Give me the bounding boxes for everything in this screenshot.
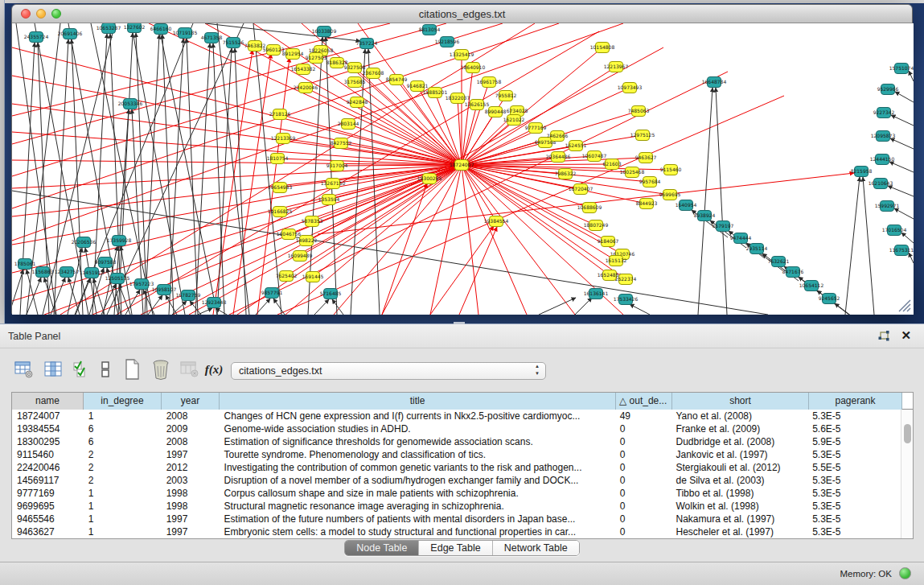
select-rows-button[interactable] (70, 358, 92, 381)
graph-node[interactable]: 12213967 (604, 62, 629, 72)
graph-node[interactable]: 10688609 (577, 203, 602, 213)
graph-node[interactable]: 9242848 (347, 97, 368, 108)
column-header-year[interactable]: year (162, 393, 220, 410)
graph-node[interactable]: 17533426 (614, 295, 639, 305)
graph-node[interactable]: 2522374 (615, 274, 637, 285)
graph-node[interactable]: 17957223 (129, 279, 154, 290)
graph-node[interactable]: 20691406 (58, 29, 83, 39)
apply-function-button[interactable]: f(x) (203, 358, 225, 381)
graph-node[interactable]: 1810754 (267, 154, 289, 164)
graph-node[interactable]: 10654112 (799, 281, 824, 291)
graph-node[interactable]: 12444150 (870, 154, 895, 165)
table-row[interactable]: 969969511998Structural magnetic resonanc… (12, 500, 901, 513)
graph-node[interactable]: 2935114 (746, 244, 768, 254)
graph-node[interactable]: 12923448 (202, 298, 227, 308)
graph-node[interactable]: 9474444 (730, 233, 752, 244)
delete-table-button[interactable] (179, 358, 201, 381)
scrollbar-thumb[interactable] (904, 424, 911, 443)
graph-node[interactable]: 6679197 (713, 221, 734, 232)
graph-node[interactable]: 5716485 (320, 289, 342, 299)
graph-node[interactable]: 16099489 (288, 251, 313, 262)
graph-node[interactable]: 10719185 (173, 28, 198, 39)
graph-node[interactable]: 1498222 (296, 236, 318, 246)
column-header-short[interactable]: short (672, 393, 809, 410)
graph-node[interactable]: 8912954 (282, 49, 304, 60)
window-titlebar[interactable]: citations_edges.txt (12, 5, 912, 23)
graph-node[interactable]: 19166825 (268, 207, 293, 217)
graph-node[interactable]: 20206536 (72, 237, 97, 248)
graph-node[interactable]: 2718126 (269, 109, 291, 120)
graph-node[interactable]: 8471676 (782, 267, 804, 278)
show-columns-button[interactable] (42, 358, 64, 381)
graph-node[interactable]: 12095873 (871, 131, 896, 142)
table-row[interactable]: 2242004622012Investigating the contribut… (12, 461, 901, 474)
graph-node[interactable]: 1156863 (32, 267, 54, 278)
graph-node[interactable]: 18807249 (584, 220, 609, 231)
table-row[interactable]: 1830029562008Estimation of significance … (12, 435, 901, 448)
graph-node[interactable]: 9957684 (639, 177, 661, 187)
graph-node[interactable]: 2367608 (363, 68, 384, 79)
graph-node[interactable]: 7357224 (356, 39, 378, 49)
graph-node[interactable]: 1353594 (318, 195, 340, 205)
graph-node[interactable]: 22420046 (294, 83, 318, 93)
graph-node[interactable]: 9317004 (326, 161, 348, 171)
graph-node[interactable]: 2803144 (338, 119, 359, 130)
graph-node[interactable]: 9699695 (659, 190, 681, 200)
column-header-pagerank[interactable]: pagerank (809, 393, 902, 410)
graph-node[interactable]: 5878353 (302, 216, 323, 227)
column-header-title[interactable]: title (220, 393, 616, 410)
graph-node[interactable]: 16720407 (569, 184, 593, 195)
graph-node[interactable]: 12342757 (55, 267, 80, 278)
graph-node[interactable]: 13325419 (450, 50, 474, 60)
graph-node[interactable]: 19654983 (268, 183, 293, 193)
graph-node[interactable]: 8844923 (636, 199, 658, 209)
network-file-select[interactable]: citations_edges.txt ▲▼ (231, 362, 546, 380)
graph-node[interactable]: 8215958 (851, 167, 873, 177)
graph-node[interactable]: 9227342 (873, 108, 895, 118)
graph-node[interactable]: 16033809 (312, 27, 337, 37)
graph-node[interactable]: 9529966 (877, 84, 899, 95)
network-canvas[interactable]: 2435572420691406106532871327602646616010… (12, 23, 914, 315)
graph-node[interactable]: 3175685 (344, 77, 366, 88)
column-header-in-degree[interactable]: in_degree (84, 393, 162, 410)
graph-node[interactable]: 7515526 (223, 38, 244, 48)
graph-node[interactable]: 7625402 (276, 271, 298, 282)
graph-node[interactable]: 11451913 (80, 268, 105, 278)
graph-node[interactable]: 7485063 (628, 106, 650, 117)
graph-node[interactable]: 16210643 (869, 179, 893, 189)
graph-node[interactable]: 8990448 (485, 107, 507, 117)
graph-node[interactable]: 10154808 (590, 43, 615, 53)
create-column-button[interactable] (121, 358, 143, 381)
graph-node[interactable]: 1327602 (124, 23, 146, 33)
graph-node[interactable]: 13267150 (321, 179, 346, 189)
graph-node[interactable]: 15885201 (423, 88, 448, 98)
graph-node[interactable]: 16648784 (702, 77, 727, 88)
graph-node[interactable]: 10653287 (97, 23, 121, 34)
graph-node[interactable]: 1615132 (606, 256, 627, 266)
graph-node[interactable]: 7632621 (768, 257, 790, 267)
graph-node[interactable]: 8454749 (386, 75, 408, 85)
table-row[interactable]: 1872400712008Changes of HCN gene express… (12, 410, 901, 422)
graph-node[interactable]: 17359928 (107, 236, 132, 246)
table-mode-button[interactable] (13, 358, 35, 381)
graph-node[interactable]: 9463627 (635, 153, 657, 163)
graph-node[interactable]: 18640910 (461, 63, 486, 73)
graph-node[interactable]: 1691445 (302, 272, 324, 282)
graph-node[interactable]: 9245652 (819, 294, 840, 304)
graph-node[interactable]: 1621022 (503, 115, 525, 126)
row-height-button[interactable] (94, 358, 117, 381)
table-row[interactable]: 977716911998Corpus callosum shape and si… (12, 487, 901, 500)
table-row[interactable]: 946554611997Estimation of the future num… (12, 513, 901, 525)
graph-node[interactable]: 19218596 (435, 37, 460, 47)
column-header-out-degree[interactable]: △ out_de... (616, 393, 672, 410)
column-header-name[interactable]: name (12, 393, 84, 410)
delete-column-button[interactable] (150, 358, 172, 381)
graph-node[interactable]: 10025468 (620, 167, 645, 178)
graph-node[interactable]: 15751074 (889, 64, 914, 74)
table-scrollbar[interactable] (901, 410, 913, 538)
table-row[interactable]: 1938455462009Genome-wide association stu… (12, 422, 901, 435)
graph-node[interactable]: 621603 (603, 159, 622, 170)
table-row[interactable]: 911546021997Tourette syndrome. Phenomeno… (12, 448, 901, 461)
float-panel-button[interactable] (877, 330, 890, 343)
graph-node[interactable]: 11675311 (889, 245, 914, 256)
